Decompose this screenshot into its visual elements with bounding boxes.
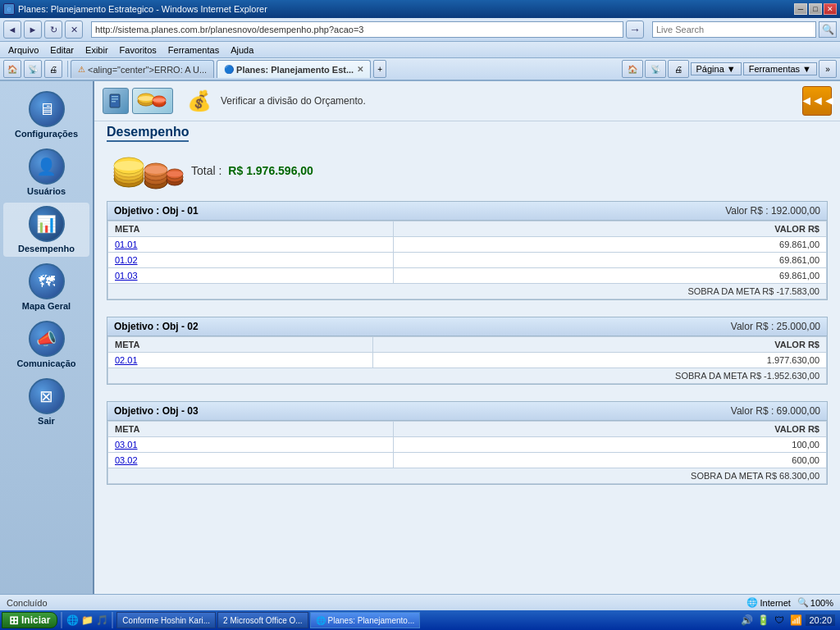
valor-03-02: 600,00 [394, 453, 827, 468]
minimize-button[interactable]: ─ [794, 3, 807, 15]
quicklaunch-media[interactable]: 🎵 [95, 614, 108, 627]
search-input[interactable] [652, 21, 816, 38]
configuracoes-label: Configurações [15, 129, 78, 139]
taskbar-item-1[interactable]: Conforme Hoshin Kari... [116, 612, 216, 628]
valor-03-01: 100,00 [394, 437, 827, 453]
sidebar-item-sair[interactable]: ⊠ Sair [3, 375, 89, 429]
taskbar-item-2-label: 2 Microsoft Office O... [223, 616, 303, 625]
meta-01-02-link[interactable]: 01.02 [115, 255, 138, 265]
sidebar-item-mapa-geral[interactable]: 🗺 Mapa Geral [3, 260, 89, 314]
obj1-header: Objetivo : Obj - 01 Valor R$ : 192.000,0… [107, 202, 827, 221]
stop-button[interactable]: ✕ [65, 21, 83, 39]
content-area: 💰 Verificar a divisão do Orçamento. ◄◄◄ … [94, 81, 840, 611]
objective-block-1: Objetivo : Obj - 01 Valor R$ : 192.000,0… [107, 201, 828, 300]
menu-ferramentas[interactable]: Ferramentas [163, 44, 224, 56]
status-right: 🌐 Internet 🔍 100% [746, 597, 833, 608]
page-header-icons [103, 88, 173, 114]
obj3-col-valor: VALOR R$ [394, 422, 827, 437]
main-layout: 🖥 Configurações 👤 Usuários 📊 Desempenho … [0, 81, 840, 611]
status-zone: 🌐 Internet [746, 597, 791, 608]
table-row: 01.03 69.861,00 [108, 268, 827, 284]
zoom-level: 🔍 100% [797, 597, 833, 608]
start-button[interactable]: ⊞ Iniciar [2, 612, 57, 628]
obj1-col-meta: META [108, 221, 394, 237]
toolbar-feeds[interactable]: 📡 [24, 60, 42, 78]
obj3-sobra-row: SOBRA DA META R$ 68.300,00 [108, 468, 827, 484]
taskbar-item-3[interactable]: 🌐 Planes: Planejamento... [310, 612, 421, 628]
page-menu-btn[interactable]: Página ▼ [691, 62, 742, 75]
obj3-header: Objetivo : Obj - 03 Valor R$ : 69.000,00 [107, 402, 827, 421]
expand-btn[interactable]: » [819, 60, 837, 78]
sidebar: 🖥 Configurações 👤 Usuários 📊 Desempenho … [0, 81, 94, 611]
rss-icon-btn[interactable]: 📡 [645, 60, 666, 78]
meta-02-01-link[interactable]: 02.01 [115, 355, 138, 365]
new-tab-button[interactable]: + [373, 60, 386, 78]
quicklaunch-folder[interactable]: 📁 [80, 614, 94, 627]
zone-icon: 🌐 [746, 597, 758, 608]
obj1-title: Objetivo : Obj - 01 [114, 205, 199, 217]
meta-01-01-link[interactable]: 01.01 [115, 240, 138, 249]
back-button[interactable]: ◄ [3, 21, 21, 39]
meta-01-03-link[interactable]: 01.03 [115, 271, 138, 281]
sidebar-item-comunicacao[interactable]: 📣 Comunicação [3, 317, 89, 372]
quicklaunch-ie[interactable]: 🌐 [66, 614, 79, 627]
taskbar-item-3-label: Planes: Planejamento... [328, 616, 415, 625]
obj1-sobra: SOBRA DA META R$ -17.583,00 [108, 284, 827, 299]
mapa-geral-label: Mapa Geral [22, 301, 71, 311]
toolbar-home[interactable]: 🏠 [3, 60, 21, 78]
meta-03-02-link[interactable]: 03.02 [115, 455, 138, 465]
tab-2-label: Planes: Planejamento Est... [236, 65, 354, 75]
menu-bar: Arquivo Editar Exibir Favoritos Ferramen… [0, 42, 840, 58]
sidebar-item-desempenho[interactable]: 📊 Desempenho [3, 203, 89, 257]
toolbar-print[interactable]: 🖨 [44, 60, 62, 78]
menu-editar[interactable]: Editar [45, 44, 79, 56]
sidebar-item-usuarios[interactable]: 👤 Usuários [3, 145, 89, 199]
menu-favoritos[interactable]: Favoritos [115, 44, 162, 56]
obj2-valor: Valor R$ : 25.000,00 [731, 321, 820, 332]
tab-1[interactable]: ⚠ <aling="center">ERRO: A U... [71, 60, 214, 78]
tray-icon-3: 🛡 [773, 614, 786, 627]
start-label: Iniciar [21, 614, 50, 626]
menu-ajuda[interactable]: Ajuda [226, 44, 258, 56]
svg-rect-3 [112, 101, 116, 103]
tab-2-close[interactable]: ✕ [357, 65, 363, 74]
valor-02-01: 1.977.630,00 [372, 353, 826, 368]
tab-2[interactable]: 🔵 Planes: Planejamento Est... ✕ [217, 60, 371, 78]
sidebar-item-configuracoes[interactable]: 🖥 Configurações [3, 88, 89, 142]
obj1-col-valor: VALOR R$ [394, 221, 827, 237]
obj1-valor: Valor R$ : 192.000,00 [725, 205, 820, 217]
table-row: 02.01 1.977.630,00 [108, 353, 827, 368]
status-bar: Concluído 🌐 Internet 🔍 100% [0, 594, 840, 610]
mapa-geral-icon: 🗺 [29, 263, 65, 299]
forward-button[interactable]: ► [24, 21, 42, 39]
table-row: 01.02 69.861,00 [108, 253, 827, 268]
maximize-button[interactable]: □ [809, 3, 822, 15]
page-icon-2 [132, 88, 173, 114]
go-button[interactable]: → [626, 21, 644, 39]
taskbar-item-2[interactable]: 2 Microsoft Office O... [217, 612, 308, 628]
address-bar[interactable] [91, 21, 623, 38]
meta-03-01-link[interactable]: 03.01 [115, 440, 138, 450]
total-value: R$ 1.976.596,00 [228, 164, 313, 177]
home-icon-btn[interactable]: 🏠 [622, 60, 643, 78]
obj3-col-meta: META [108, 422, 394, 437]
search-button[interactable]: 🔍 [819, 21, 837, 38]
tools-menu-btn[interactable]: Ferramentas ▼ [743, 62, 817, 75]
obj2-sobra-row: SOBRA DA META R$ -1.952.630,00 [108, 368, 827, 384]
taskbar-item-3-icon: 🌐 [316, 616, 326, 625]
clock: 20:20 [806, 614, 835, 626]
coins-svg [111, 148, 185, 193]
taskbar-right: 🔊 🔋 🛡 📶 20:20 [740, 614, 838, 627]
obj3-sobra: SOBRA DA META R$ 68.300,00 [108, 468, 827, 484]
print-icon-btn[interactable]: 🖨 [668, 60, 689, 78]
close-button[interactable]: ✕ [824, 3, 837, 15]
sidebar-toggle-button[interactable]: ◄◄◄ [802, 86, 832, 116]
obj2-header: Objetivo : Obj - 02 Valor R$ : 25.000,00 [107, 317, 827, 336]
tables-area: Objetivo : Obj - 01 Valor R$ : 192.000,0… [94, 201, 840, 514]
refresh-button[interactable]: ↻ [44, 21, 62, 39]
obj2-col-valor: VALOR R$ [372, 337, 826, 353]
menu-exibir[interactable]: Exibir [80, 44, 113, 56]
title-bar: e Planes: Planejamento Estrategico - Win… [0, 0, 840, 18]
menu-arquivo[interactable]: Arquivo [3, 44, 43, 56]
nav-bar: ◄ ► ↻ ✕ → 🔍 [0, 18, 840, 42]
